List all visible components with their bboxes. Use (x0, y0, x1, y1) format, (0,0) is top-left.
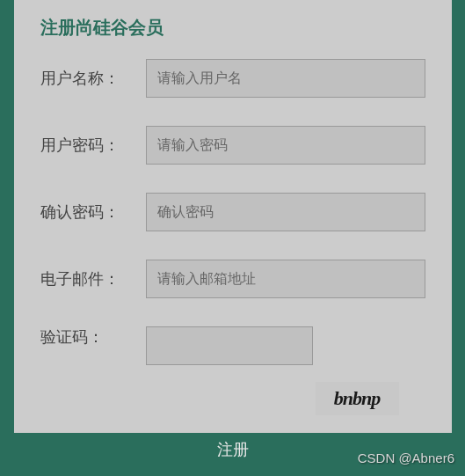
username-row: 用户名称： (40, 59, 425, 98)
captcha-image[interactable]: bnbnp (316, 382, 399, 415)
confirm-password-input[interactable] (146, 193, 425, 231)
register-button[interactable]: 注册 (14, 433, 452, 466)
register-form-panel: 注册尚硅谷会员 用户名称： 用户密码： 确认密码： 电子邮件： 验证码： bnb… (14, 0, 452, 433)
password-label: 用户密码： (40, 135, 146, 156)
username-input[interactable] (146, 59, 425, 98)
email-input[interactable] (146, 260, 425, 298)
email-row: 电子邮件： (40, 260, 425, 298)
confirm-password-row: 确认密码： (40, 193, 425, 231)
password-row: 用户密码： (40, 126, 425, 165)
captcha-label: 验证码： (40, 326, 146, 348)
captcha-input[interactable] (146, 326, 313, 365)
captcha-row: 验证码： (40, 326, 425, 365)
confirm-password-label: 确认密码： (40, 201, 146, 223)
email-label: 电子邮件： (40, 268, 146, 289)
password-input[interactable] (146, 126, 425, 165)
username-label: 用户名称： (40, 68, 146, 89)
form-title: 注册尚硅谷会员 (40, 16, 425, 40)
